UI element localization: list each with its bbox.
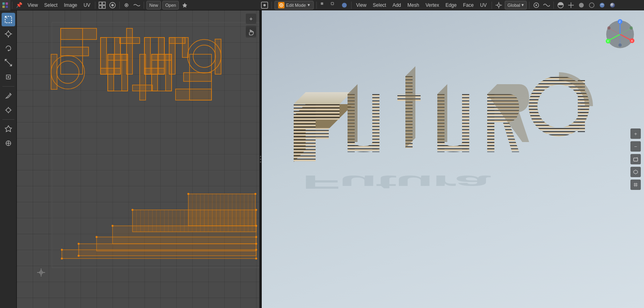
svg-point-144 [61,258,63,260]
menu-select-left[interactable]: Select [41,0,61,10]
svg-point-19 [498,4,500,6]
zoom-in-button[interactable]: + [246,14,256,24]
svg-point-152 [255,225,257,227]
svg-point-34 [6,32,10,36]
vertex-select-icon[interactable] [121,0,132,10]
mode-icon [278,2,284,8]
transform-pivot-icon[interactable] [494,0,504,10]
menu-image[interactable]: Image [61,0,80,10]
proportional-icon[interactable] [541,0,552,10]
menu-mesh[interactable]: Mesh [404,0,422,10]
svg-rect-86 [108,54,128,60]
transform-tool[interactable] [2,70,15,84]
left-toolbar [0,10,17,308]
uv-sync-icon[interactable] [107,0,118,10]
uv-islands-svg [17,10,259,308]
svg-rect-0 [2,2,5,5]
svg-line-40 [6,60,11,65]
svg-point-194 [630,26,633,30]
uv-editor-header: 📌 View Select Image UV [0,0,259,10]
uv-viewport[interactable]: + − [17,10,259,308]
pin-button[interactable] [180,0,190,10]
solid-display-icon[interactable] [318,0,329,10]
sep1 [12,2,12,9]
menu-view[interactable]: View [24,0,41,10]
zoom-in-3d-button[interactable]: + [630,128,641,139]
sep4 [144,2,144,9]
material-display-icon[interactable] [339,0,350,10]
svg-point-146 [78,243,80,245]
svg-rect-141 [62,250,256,259]
shading-wire-icon[interactable] [587,0,597,10]
svg-point-143 [255,249,257,251]
svg-point-151 [112,225,114,227]
annotate-tool[interactable] [2,89,15,103]
svg-rect-75 [176,89,211,100]
3d-render-svg: Futura [262,10,644,308]
rotate-tool[interactable] [2,41,15,55]
svg-point-30 [589,3,594,8]
svg-point-190 [618,43,622,47]
svg-rect-63 [120,38,140,43]
svg-text:Futura: Futura [302,172,491,193]
overlay-icon[interactable] [555,0,566,10]
3d-viewport-panel[interactable]: Futura [262,10,644,308]
svg-point-161 [260,159,261,160]
menu-uv-right[interactable]: UV [477,0,490,10]
svg-rect-81 [140,54,146,100]
vsep5 [529,2,529,9]
shading-rendered-icon[interactable] [607,0,618,10]
menu-select-right[interactable]: Select [369,0,389,10]
editor-type-icon[interactable] [0,0,10,10]
menu-add[interactable]: Add [389,0,404,10]
grid-button[interactable] [630,180,641,190]
gizmo-icon[interactable] [566,0,576,10]
shading-solid-icon[interactable] [576,0,587,10]
svg-point-44 [8,76,9,78]
viewport-header: Edit Mode ▾ View Select Add Mesh Vertex … [259,0,644,10]
svg-rect-3 [6,6,8,8]
wave-icon1[interactable] [132,0,142,10]
wire-display-icon[interactable] [329,0,339,10]
svg-rect-2 [2,6,5,8]
global-dropdown[interactable]: Global ▾ [505,1,527,10]
select-mode-icon[interactable] [97,0,107,10]
cursor-tool[interactable] [2,103,15,117]
svg-rect-6 [99,6,102,8]
open-button[interactable]: Open [162,1,179,10]
grab-tool[interactable] [2,27,15,41]
svg-rect-57 [61,47,89,56]
menu-face[interactable]: Face [460,0,477,10]
viewport-editor-type-icon[interactable] [259,0,270,10]
svg-rect-195 [634,158,638,161]
menu-uv[interactable]: UV [81,0,94,10]
new-button[interactable]: New [146,1,161,10]
svg-rect-89 [51,54,57,89]
vsep4 [492,2,492,9]
vsep1 [271,2,272,9]
edit-mode-dropdown[interactable]: Edit Mode ▾ [275,1,314,10]
zoom-out-3d-button[interactable]: − [630,141,641,152]
local-view-button[interactable] [630,167,641,177]
pin-icon[interactable]: 📌 [14,0,24,10]
pin-uvs-tool[interactable] [2,122,15,136]
svg-rect-82 [132,85,152,91]
navigation-gizmo[interactable]: Z X Y [604,18,636,50]
svg-point-15 [281,4,282,6]
svg-marker-196 [636,157,638,158]
svg-text:Y: Y [607,39,609,43]
menu-view-right[interactable]: View [353,0,370,10]
scale-tool[interactable] [2,56,15,69]
select-box-tool[interactable] [2,13,15,26]
svg-rect-4 [99,2,102,5]
svg-rect-17 [331,2,334,5]
pan-tool-btn[interactable] [246,27,256,38]
shading-material-icon[interactable] [597,0,607,10]
menu-vertex[interactable]: Vertex [422,0,442,10]
snapping-icon[interactable] [531,0,541,10]
weld-tool[interactable] [2,136,15,150]
camera-view-button[interactable] [630,154,641,164]
menu-edge[interactable]: Edge [442,0,460,10]
svg-point-155 [188,193,190,195]
svg-point-162 [260,162,261,163]
